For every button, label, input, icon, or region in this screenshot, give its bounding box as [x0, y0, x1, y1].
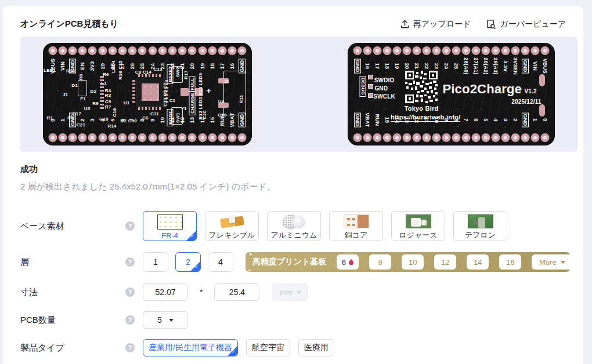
selected-check-icon	[228, 346, 237, 356]
row-quantity: PCB数量 5	[20, 311, 583, 329]
silkscreen-text: FULL	[189, 76, 195, 92]
page-title: オンラインPCB見積もり	[20, 19, 118, 30]
chevron-down-icon	[169, 319, 174, 322]
layers-label: 層	[20, 257, 125, 268]
silkscreen-text: C1	[169, 98, 176, 103]
dimensions-label: 寸法	[20, 287, 125, 298]
sparkle-icon	[255, 250, 258, 254]
product-type-aerospace[interactable]: 航空宇宙	[246, 339, 290, 356]
silkscreen-text: RESET	[167, 64, 174, 84]
aluminum-thumbnail-icon	[281, 214, 307, 228]
silkscreen-text: C16	[111, 108, 117, 117]
silkscreen-text: R9	[92, 101, 99, 106]
gerber-viewer-button[interactable]: ガーバービューア	[486, 19, 566, 30]
chevron-down-icon	[297, 291, 301, 294]
row-dimensions: 寸法 * mm	[20, 283, 583, 301]
material-option-flex[interactable]: フレキシブル	[205, 211, 259, 241]
reupload-button[interactable]: 再アップロード	[400, 19, 471, 30]
silkscreen-text: https://burariweb.info/	[391, 114, 460, 122]
silkscreen-text: C20	[202, 110, 207, 119]
silkscreen-text: LED4	[110, 61, 115, 73]
material-option-fr4[interactable]: FR-4	[143, 211, 197, 241]
silkscreen-text: R1	[46, 115, 53, 120]
silkscreen-text: D2	[91, 89, 97, 94]
silkscreen-text: R10	[66, 68, 75, 74]
silkscreen-text: U1	[124, 100, 130, 105]
panel-header: オンラインPCB見積もり 再アップロード ガーバービューア	[3, 6, 583, 37]
help-icon[interactable]	[125, 287, 135, 297]
layers-option-2[interactable]: 2	[175, 252, 201, 272]
silkscreen-text: 2025/12/11	[511, 98, 542, 104]
pcb-back-silkscreen: DEBUGSWDIOGNDSWCLKTokyo Birdhttps://bura…	[348, 43, 554, 145]
silkscreen-text: C6	[142, 115, 149, 120]
material-option-rogers[interactable]: ロジャース	[391, 211, 445, 241]
layers-option-4[interactable]: 4	[208, 252, 233, 272]
hd-banner-title: 高精度プリント基板	[252, 257, 326, 267]
silkscreen-text: Pico2Charge	[442, 82, 522, 97]
quantity-label: PCB数量	[20, 315, 125, 326]
silkscreen-text: R17	[183, 71, 189, 79]
silkscreen-text: R2	[67, 115, 74, 120]
silkscreen-text: U4	[218, 99, 225, 104]
silkscreen-text: R3	[105, 93, 111, 98]
material-option-aluminum[interactable]: アルミニウム	[267, 211, 321, 241]
help-icon[interactable]	[125, 257, 135, 267]
silkscreen-text: U3	[84, 106, 91, 111]
product-type-industrial[interactable]: 産業用/民生用電子機器	[143, 339, 238, 356]
silkscreen-text: G18	[99, 116, 109, 121]
help-icon[interactable]	[125, 315, 135, 325]
silkscreen-text: R14	[107, 123, 116, 128]
width-input[interactable]	[143, 283, 188, 301]
chevron-down-icon	[561, 261, 565, 264]
silkscreen-text: SW2	[175, 67, 180, 77]
help-icon[interactable]	[125, 343, 135, 352]
layers-option-12[interactable]: 12	[434, 254, 456, 270]
material-option-copper-core[interactable]: 銅コア	[329, 211, 383, 241]
dimension-separator: *	[200, 287, 203, 297]
silkscreen-text: DEBUG	[359, 76, 366, 97]
pcb-front-image: VBUSVINGNDEN3V32928272625242322212019181…	[44, 43, 251, 145]
silkscreen-text: LED1	[44, 67, 56, 72]
layers-option-1[interactable]: 1	[143, 252, 168, 272]
help-icon[interactable]	[125, 221, 135, 231]
silkscreen-text: R4	[105, 88, 111, 93]
analysis-status: 成功 2 層が検出されました 25.4x52.07mm(1×2.05 インチ) …	[20, 164, 566, 192]
layers-option-8[interactable]: 8	[369, 254, 391, 270]
flame-icon	[348, 259, 354, 265]
silkscreen-text: SW1	[175, 112, 180, 123]
material-option-teflon[interactable]: テフロン	[453, 211, 507, 241]
silkscreen-text: BOOT	[167, 109, 174, 126]
silkscreen-text: R7	[105, 104, 111, 109]
layers-option-6[interactable]: 6	[337, 254, 359, 270]
silkscreen-text: GND	[374, 85, 388, 92]
quote-form: ベース素材 FR-4 フレキシブル アルミニウム 銅コア	[3, 211, 583, 356]
layers-option-16[interactable]: 16	[499, 254, 521, 270]
copper-core-thumbnail-icon	[344, 214, 369, 228]
quote-panel: オンラインPCB見積もり 再アップロード ガーバービューア	[3, 6, 583, 364]
silkscreen-text: R11	[239, 95, 244, 104]
silkscreen-text: Tokyo Bird	[405, 105, 439, 112]
quantity-select[interactable]: 5	[143, 311, 188, 329]
silkscreen-text: D1	[71, 82, 78, 88]
silkscreen-text: CHARGE	[189, 91, 195, 115]
unit-select[interactable]: mm	[272, 283, 308, 301]
layers-option-10[interactable]: 10	[402, 254, 424, 270]
silkscreen-text: Y1	[181, 106, 187, 111]
silkscreen-text: J2	[223, 78, 229, 83]
reupload-label: 再アップロード	[413, 19, 471, 30]
pcb-preview: VBUSVINGNDEN3V32928272625242322212019181…	[20, 37, 577, 152]
silkscreen-text: R16 C15	[118, 60, 123, 79]
hd-pcb-banner: 高精度プリント基板 6 8 10 12 14 16 More	[246, 252, 570, 272]
teflon-thumbnail-icon	[468, 214, 493, 228]
layers-more-button[interactable]: More	[532, 254, 572, 270]
rogers-thumbnail-icon	[406, 214, 431, 228]
base-material-label: ベース素材	[20, 221, 125, 232]
row-product-type: 製品タイプ 産業用/民生用電子機器 航空宇宙 医療用	[20, 339, 583, 356]
status-detail: 2 層が検出されました 25.4x52.07mm(1×2.05 インチ) のボー…	[20, 181, 566, 192]
layers-option-14[interactable]: 14	[467, 254, 489, 270]
height-input[interactable]	[214, 283, 259, 301]
product-type-medical[interactable]: 医療用	[298, 339, 334, 356]
sparkle-icon	[248, 252, 253, 257]
status-title: 成功	[20, 164, 566, 175]
gerber-viewer-icon	[486, 19, 496, 30]
